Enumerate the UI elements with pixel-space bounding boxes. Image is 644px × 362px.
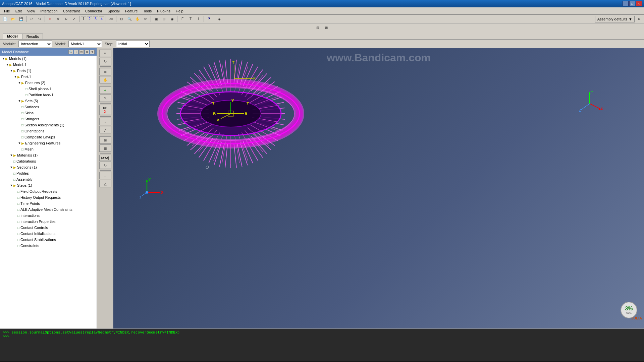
tree-toggle-icon[interactable]: ▼ — [17, 99, 21, 103]
maximize-button[interactable]: □ — [629, 1, 635, 6]
tree-item[interactable]: ▼▶Models (1) — [0, 56, 97, 62]
tool-pan[interactable]: ✋ — [99, 76, 111, 83]
menu-interaction[interactable]: Interaction — [38, 8, 60, 14]
close-button[interactable]: ✕ — [636, 1, 642, 6]
minimize-button[interactable]: ─ — [623, 1, 629, 6]
tree-item[interactable]: □Orientations — [0, 128, 97, 134]
open-btn[interactable]: 📂 — [9, 15, 17, 23]
tree-item[interactable]: □Stringers — [0, 116, 97, 122]
rotate-btn[interactable]: ↻ — [62, 15, 70, 23]
tree-item[interactable]: ▼▶Part-1 — [0, 74, 97, 80]
tree-item[interactable]: □Profiles — [0, 170, 97, 176]
mesh-btn[interactable]: ⊞ — [160, 15, 168, 23]
tree-toggle-icon[interactable]: ▼ — [9, 184, 13, 187]
tree-item[interactable]: ▼▶Features (2) — [0, 80, 97, 86]
menu-help[interactable]: Help — [173, 8, 186, 14]
tab-results[interactable]: Results — [22, 34, 43, 39]
menu-edit[interactable]: Edit — [13, 8, 24, 14]
rotate3d-btn[interactable]: ⟳ — [142, 15, 149, 23]
settings-btn[interactable]: ⚙ — [635, 15, 643, 23]
tree-item[interactable]: □Field Output Requests — [0, 188, 97, 194]
menu-plugins[interactable]: Plug-ins — [154, 8, 173, 14]
zoom-fit[interactable]: ⊡ — [118, 15, 125, 23]
tree-item[interactable]: □Section Assignments (1) — [0, 122, 97, 128]
new-btn[interactable]: 📄 — [1, 15, 9, 23]
save-btn[interactable]: 💾 — [17, 15, 25, 23]
tree-item[interactable]: ▼▶Engineering Features — [0, 140, 97, 146]
step-select[interactable]: Initial — [116, 41, 150, 47]
tree-item[interactable]: □ALE Adaptive Mesh Constraints — [0, 206, 97, 213]
display-btn[interactable]: ▣ — [152, 15, 160, 23]
tree-item[interactable]: □History Output Requests — [0, 194, 97, 200]
tree-item[interactable]: ▼▶Sections (1) — [0, 164, 97, 170]
select-btn[interactable]: ⊕ — [46, 15, 54, 23]
tree-item[interactable]: □Contact Initializations — [0, 231, 97, 237]
num-1[interactable]: 1 — [81, 16, 86, 22]
view-front[interactable]: F — [179, 15, 186, 23]
num-4[interactable]: 4 — [99, 16, 104, 22]
tree-item[interactable]: □Contact Stabilizations — [0, 237, 97, 243]
tree-item[interactable]: □Surfaces — [0, 104, 97, 110]
num-3[interactable]: 3 — [93, 16, 98, 22]
panel-menu-btn[interactable]: ▼ — [90, 50, 95, 54]
tree-item[interactable]: □Assembly — [0, 176, 97, 182]
menu-tools[interactable]: Tools — [141, 8, 155, 14]
tree-item[interactable]: □Shell planar-1 — [0, 86, 97, 92]
menu-file[interactable]: File — [1, 8, 13, 14]
tree-toggle-icon[interactable]: ▼ — [9, 166, 13, 169]
num-2[interactable]: 2 — [87, 16, 92, 22]
tree-toggle-icon[interactable]: ▼ — [9, 69, 13, 72]
panel-delete-btn[interactable]: ✕ — [85, 50, 89, 54]
pan-btn[interactable]: ✋ — [134, 15, 141, 23]
tree-item[interactable]: □Time Points — [0, 200, 97, 206]
tool-axis[interactable]: ⊥ — [99, 172, 111, 179]
tree-item[interactable]: □Partition face-1 — [0, 92, 97, 98]
tree-item[interactable]: □Interactions — [0, 213, 97, 219]
view-iso[interactable]: I — [195, 15, 202, 23]
tool-edit[interactable]: ✎ — [99, 95, 111, 102]
menu-special[interactable]: Special — [105, 8, 122, 14]
scale-btn[interactable]: ⤢ — [70, 15, 78, 23]
menu-view[interactable]: View — [24, 8, 38, 14]
tool-xyz-rotate[interactable]: ↻ — [99, 162, 111, 169]
tool-plane[interactable]: △ — [99, 180, 111, 187]
tool-select[interactable]: ↖ — [99, 50, 111, 57]
zoom-in[interactable]: 🔍 — [126, 15, 133, 23]
tree-item[interactable]: ▼▶Materials (1) — [0, 152, 97, 158]
tree-toggle-icon[interactable]: ▼ — [17, 81, 21, 84]
snap-btn[interactable]: ⊟ — [314, 24, 321, 32]
tool-arrow[interactable]: ↓ — [99, 118, 111, 125]
menu-constraint[interactable]: Constraint — [60, 8, 83, 14]
tool-zoom[interactable]: ⊕ — [99, 68, 111, 75]
panel-new-btn[interactable]: + — [74, 50, 78, 54]
menu-connector[interactable]: Connector — [83, 8, 105, 14]
redo-btn[interactable]: ↪ — [36, 15, 43, 23]
grid-btn[interactable]: ⊞ — [323, 24, 330, 32]
tree-item[interactable]: □Composite Layups — [0, 134, 97, 140]
tree-toggle-icon[interactable]: ▼ — [13, 75, 17, 78]
tree-item[interactable]: □Mesh — [0, 146, 97, 152]
move-btn[interactable]: ✥ — [54, 15, 62, 23]
tree-item[interactable]: □Calibrations — [0, 158, 97, 164]
tree-item[interactable]: □Contact Controls — [0, 225, 97, 231]
tool-grid[interactable]: ⊞ — [99, 136, 111, 144]
tree-item[interactable]: ▼▶Parts (1) — [0, 68, 97, 74]
tool-grid2[interactable]: ▦ — [99, 144, 111, 152]
tool-line[interactable]: ╱ — [99, 126, 111, 133]
tree-item[interactable]: ▼▶Sets (5) — [0, 98, 97, 104]
tool-rotate[interactable]: ↻ — [99, 58, 111, 65]
tree-toggle-icon[interactable]: ▼ — [17, 141, 21, 145]
tool-create[interactable]: + — [99, 86, 111, 94]
help-btn[interactable]: ? — [205, 15, 213, 23]
panel-copy-btn[interactable]: ◫ — [79, 50, 84, 54]
view-top[interactable]: T — [187, 15, 194, 23]
tree-toggle-icon[interactable]: ▼ — [5, 63, 9, 66]
menu-feature[interactable]: Feature — [122, 8, 141, 14]
tree-item[interactable]: □Interaction Properties — [0, 219, 97, 225]
tree-toggle-icon[interactable]: ▼ — [9, 154, 13, 157]
module-select[interactable]: Interaction Part Assembly Step Load Mesh… — [18, 41, 52, 47]
render-mode[interactable]: ◈ — [216, 15, 223, 23]
model-select[interactable]: Model-1 — [68, 41, 102, 47]
undo-btn[interactable]: ↩ — [28, 15, 35, 23]
assembly-defaults-button[interactable]: Assembly defaults ▼ — [595, 16, 635, 22]
